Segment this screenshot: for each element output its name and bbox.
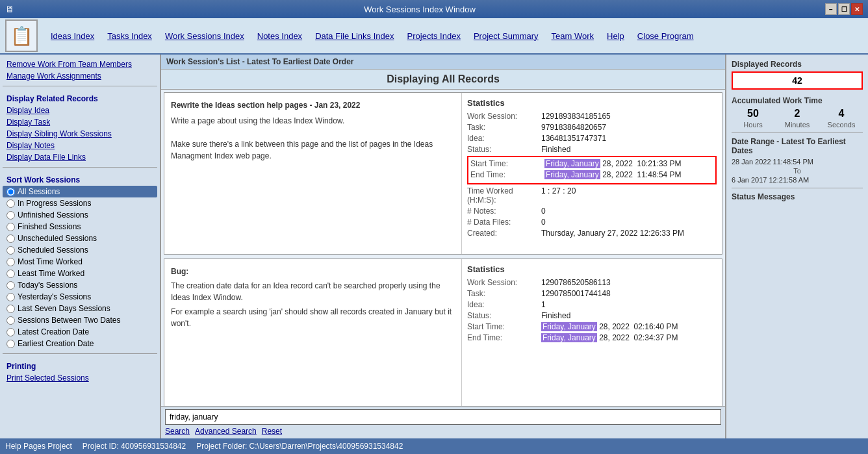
end-highlight: Friday, January: [544, 170, 600, 179]
label-idea-2: Idea:: [467, 300, 539, 309]
menu-notes-index[interactable]: Notes Index: [252, 29, 307, 44]
radio-latest-creation[interactable]: [6, 328, 15, 336]
minimize-button[interactable]: −: [825, 3, 837, 15]
date-range-to-date: 6 Jan 2017 12:21:58 AM: [732, 176, 863, 184]
radio-all-sessions[interactable]: [6, 188, 15, 196]
end-highlight-2: Friday, January: [541, 333, 597, 342]
panel-title: Displaying All Records: [161, 69, 725, 90]
radio-last-seven[interactable]: [6, 305, 15, 313]
label-time-worked: Time Worked (H:M:S):: [467, 186, 539, 205]
sidebar-in-progress-label: In Progress Sessions: [18, 199, 91, 208]
sidebar-printing-title: Printing: [3, 358, 157, 372]
reset-button[interactable]: Reset: [262, 427, 282, 436]
sidebar-all-sessions[interactable]: All Sessions: [3, 186, 157, 197]
sidebar-sort-title: Sort Work Sessions: [3, 171, 157, 186]
minutes-label: Minutes: [776, 121, 819, 129]
sidebar-display-idea[interactable]: Display Idea: [3, 105, 157, 116]
sidebar-scheduled[interactable]: Scheduled Sessions: [3, 244, 157, 256]
session-2-start-val: Friday, January 28, 2022 02:16:40 PM: [541, 322, 678, 331]
sidebar-earliest-creation[interactable]: Earliest Creation Date: [3, 338, 157, 349]
sidebar-display-data-links[interactable]: Display Data File Links: [3, 151, 157, 163]
sidebar-unfinished[interactable]: Unfinished Sessions: [3, 209, 157, 221]
label-status: Status:: [467, 145, 539, 154]
work-time-grid: 50 2 4 Hours Minutes Seconds: [732, 108, 863, 129]
panel-header: Work Session's List - Latest To Earliest…: [161, 55, 725, 69]
session-1-status-val: Finished: [541, 145, 570, 154]
start-highlight-2: Friday, January: [541, 322, 597, 331]
sidebar-yesterdays[interactable]: Yesterday's Sessions: [3, 291, 157, 303]
sidebar-divider-3: [3, 353, 157, 354]
sidebar-latest-creation[interactable]: Latest Creation Date: [3, 326, 157, 338]
radio-unscheduled[interactable]: [6, 234, 15, 243]
sidebar-unscheduled-label: Unscheduled Sessions: [18, 234, 97, 243]
advanced-search-button[interactable]: Advanced Search: [195, 427, 257, 436]
session-1-end-val: Friday, January 28, 2022 11:48:54 PM: [544, 170, 682, 179]
sidebar-in-progress[interactable]: In Progress Sessions: [3, 197, 157, 209]
menu-project-summary[interactable]: Project Summary: [468, 29, 544, 44]
search-button[interactable]: Search: [165, 427, 190, 436]
status-project-id: Project ID: 400956931534842: [83, 442, 186, 451]
label-start-time: Start Time:: [470, 159, 542, 168]
menu-close-program[interactable]: Close Program: [632, 29, 699, 44]
sidebar-print-selected[interactable]: Print Selected Sessions: [3, 372, 157, 384]
minutes-value: 2: [776, 108, 819, 120]
radio-earliest-creation[interactable]: [6, 340, 15, 348]
session-2-work-session-row: Work Session: 1290786520586113: [467, 278, 717, 287]
search-input[interactable]: [165, 409, 721, 425]
sidebar-display-sibling[interactable]: Display Sibling Work Sessions: [3, 128, 157, 140]
radio-between-dates[interactable]: [6, 316, 15, 325]
sidebar-display-task[interactable]: Display Task: [3, 116, 157, 128]
sidebar-todays[interactable]: Today's Sessions: [3, 279, 157, 291]
radio-unfinished[interactable]: [6, 211, 15, 220]
radio-finished[interactable]: [6, 223, 15, 231]
status-messages-title: Status Messages: [732, 192, 863, 201]
radio-yesterdays[interactable]: [6, 293, 15, 301]
sidebar-last-seven[interactable]: Last Seven Days Sessions: [3, 303, 157, 314]
label-notes: # Notes:: [467, 207, 539, 216]
restore-button[interactable]: ❒: [838, 3, 850, 15]
radio-in-progress[interactable]: [6, 199, 15, 208]
sidebar-manage-work[interactable]: Manage Work Assignments: [3, 70, 157, 82]
menu-bar: 📋 Ideas Index Tasks Index Work Sessions …: [0, 18, 868, 55]
sidebar-earliest-creation-label: Earliest Creation Date: [18, 339, 94, 348]
menu-data-file-links-index[interactable]: Data File Links Index: [310, 29, 399, 44]
sidebar-least-time[interactable]: Least Time Worked: [3, 268, 157, 279]
radio-most-time[interactable]: [6, 258, 15, 266]
sidebar-most-time[interactable]: Most Time Worked: [3, 256, 157, 268]
label-start-time-2: Start Time:: [467, 322, 539, 331]
radio-scheduled[interactable]: [6, 246, 15, 255]
menu-help[interactable]: Help: [602, 29, 630, 44]
session-1-status-row: Status: Finished: [467, 145, 717, 154]
sidebar-display-notes[interactable]: Display Notes: [3, 140, 157, 151]
sidebar-finished-label: Finished Sessions: [18, 222, 81, 231]
sidebar-least-time-label: Least Time Worked: [18, 269, 84, 278]
status-project-folder: Project Folder: C:\Users\Darren\Projects…: [196, 442, 403, 451]
menu-team-work[interactable]: Team Work: [546, 29, 600, 44]
menu-ideas-index[interactable]: Ideas Index: [45, 29, 99, 44]
seconds-value: 4: [820, 108, 863, 120]
radio-least-time[interactable]: [6, 270, 15, 278]
sidebar-finished[interactable]: Finished Sessions: [3, 221, 157, 233]
session-1-work-session-row: Work Session: 1291893834185165: [467, 112, 717, 121]
sidebar-unscheduled[interactable]: Unscheduled Sessions: [3, 233, 157, 244]
sidebar-last-seven-label: Last Seven Days Sessions: [18, 304, 110, 313]
session-1-description: Rewrite the Ideas section help pages - J…: [164, 93, 462, 254]
radio-todays[interactable]: [6, 281, 15, 290]
sidebar-divider-2: [3, 167, 157, 168]
sidebar-divider-1: [3, 86, 157, 86]
sidebar-remove-work[interactable]: Remove Work From Team Members: [3, 58, 157, 70]
displayed-records-count: 42: [732, 71, 863, 90]
menu-work-sessions-index[interactable]: Work Sessions Index: [160, 29, 249, 44]
session-card-1: Rewrite the Ideas section help pages - J…: [164, 92, 722, 255]
right-divider-1: [732, 132, 863, 133]
close-button[interactable]: ✕: [851, 3, 863, 15]
menu-projects-index[interactable]: Projects Index: [402, 29, 466, 44]
menu-tasks-index[interactable]: Tasks Index: [102, 29, 157, 44]
label-end-time: End Time:: [470, 170, 542, 179]
session-1-stats: Statistics Work Session: 129189383418516…: [462, 93, 722, 254]
displayed-records-title: Displayed Records: [732, 60, 863, 69]
date-range-to: To: [732, 167, 863, 175]
session-1-idea-row: Idea: 136481351747371: [467, 134, 717, 143]
sidebar-between-dates[interactable]: Sessions Between Two Dates: [3, 314, 157, 326]
session-1-line3: Make sure there's a link between this pa…: [171, 138, 455, 162]
